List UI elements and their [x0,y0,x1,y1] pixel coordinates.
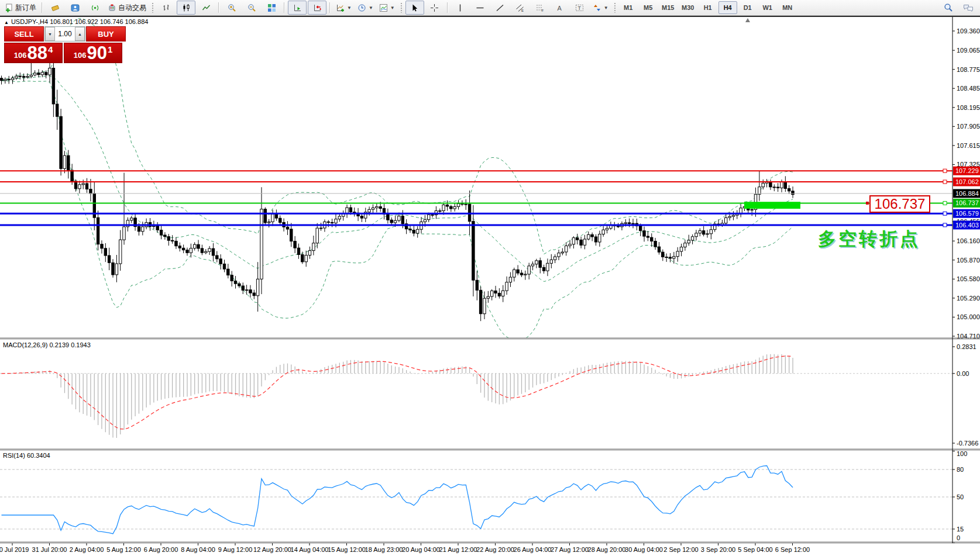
svg-text:0.2831: 0.2831 [957,343,976,350]
volume-up-button[interactable]: ▲ [75,27,85,41]
svg-text:80: 80 [957,466,964,473]
buy-price[interactable]: 106901 [64,43,122,63]
one-click-trading-panel: SELL ▼ ▲ BUY 106884 106901 [4,26,122,63]
symbol-marker-icon: ▲ [4,20,9,25]
svg-text:12 Aug 20:00: 12 Aug 20:00 [253,546,291,553]
svg-text:105.290: 105.290 [957,295,980,302]
svg-text:31 Jul 20:00: 31 Jul 20:00 [32,546,67,553]
candlestick-series[interactable] [0,57,794,321]
svg-text:106.160: 106.160 [957,237,980,244]
highlight-rectangle[interactable] [744,202,800,209]
svg-text:-0.7366: -0.7366 [957,440,978,447]
svg-text:9 Aug 12:00: 9 Aug 12:00 [218,546,253,553]
svg-text:28 Aug 20:00: 28 Aug 20:00 [588,546,626,553]
buy-price-pips: 90 [87,45,106,61]
svg-text:15 Aug 12:00: 15 Aug 12:00 [328,546,366,553]
svg-text:3 Sep 20:00: 3 Sep 20:00 [701,546,735,553]
buy-price-point: 1 [108,44,112,54]
svg-text:14 Aug 04:00: 14 Aug 04:00 [291,546,329,553]
svg-text:108.195: 108.195 [957,104,980,111]
svg-text:104.710: 104.710 [957,333,980,340]
volume-spinner: ▼ ▲ [44,26,85,42]
svg-text:107.905: 107.905 [957,123,980,130]
sell-button[interactable]: SELL [4,26,44,42]
svg-text:106.579: 106.579 [955,210,979,217]
bollinger-bands [2,19,793,340]
svg-text:108.485: 108.485 [957,85,980,92]
svg-text:107.062: 107.062 [955,178,979,185]
svg-text:100: 100 [957,450,967,457]
sell-price-pips: 88 [27,45,47,61]
svg-text:105.000: 105.000 [957,313,980,320]
macd-indicator-label: MACD(12,26,9) 0.2139 0.1943 [3,341,91,348]
price-callout-box[interactable]: 106.737 [869,195,930,213]
chart-canvas[interactable]: 109.360109.065108.775108.485108.195107.9… [0,0,980,556]
svg-text:109.065: 109.065 [957,47,980,54]
svg-text:106.884: 106.884 [955,190,979,197]
svg-text:6 Sep 12:00: 6 Sep 12:00 [775,546,810,553]
svg-text:5 Aug 12:00: 5 Aug 12:00 [106,546,141,553]
svg-text:6 Aug 20:00: 6 Aug 20:00 [144,546,178,553]
svg-text:107.229: 107.229 [955,167,979,174]
sell-price-figure: 106 [14,51,27,60]
macd-pane[interactable]: 0.28310.00-0.7366 [0,343,978,447]
svg-text:30 Jul 2019: 30 Jul 2019 [0,546,29,553]
svg-text:20 Aug 04:00: 20 Aug 04:00 [402,546,440,553]
price-axis[interactable]: 109.360109.065108.775108.485108.195107.9… [953,27,980,340]
svg-text:15: 15 [957,526,964,533]
mt4-window: 新订单 自动交易 [0,0,980,556]
svg-text:106.737: 106.737 [955,199,979,206]
svg-text:26 Aug 04:00: 26 Aug 04:00 [514,546,552,553]
volume-input[interactable] [55,27,75,41]
svg-text:18 Aug 23:00: 18 Aug 23:00 [365,546,403,553]
svg-text:50: 50 [957,493,964,500]
symbol-name: USDJPY-,H4 [11,18,48,25]
svg-text:2 Aug 04:00: 2 Aug 04:00 [70,546,104,553]
svg-text:27 Aug 12:00: 27 Aug 12:00 [551,546,589,553]
svg-text:108.775: 108.775 [957,66,980,73]
svg-text:105.870: 105.870 [957,257,980,264]
buy-button[interactable]: BUY [86,26,126,42]
svg-text:105.580: 105.580 [957,275,980,282]
svg-text:30 Aug 04:00: 30 Aug 04:00 [625,546,663,553]
svg-text:109.360: 109.360 [957,27,980,34]
svg-text:107.615: 107.615 [957,142,980,149]
svg-text:2 Sep 12:00: 2 Sep 12:00 [663,546,698,553]
svg-text:0.00: 0.00 [957,370,969,377]
svg-text:0: 0 [957,534,960,541]
svg-text:21 Aug 12:00: 21 Aug 12:00 [439,546,477,553]
rsi-pane[interactable]: 1008050150 [0,450,967,543]
sell-price-point: 4 [48,44,53,54]
rsi-indicator-label: RSI(14) 60.3404 [3,452,50,459]
time-axis[interactable]: 30 Jul 201931 Jul 20:002 Aug 04:005 Aug … [0,543,810,553]
volume-down-button[interactable]: ▼ [45,27,55,41]
svg-text:22 Aug 20:00: 22 Aug 20:00 [476,546,514,553]
svg-text:8 Aug 04:00: 8 Aug 04:00 [181,546,215,553]
chart-ohlc-header: ▲USDJPY-,H4 106.801 106.922 106.746 106.… [4,18,148,25]
svg-text:106.403: 106.403 [955,222,979,229]
sell-price[interactable]: 106884 [4,43,63,63]
buy-price-figure: 106 [74,51,87,60]
svg-text:5 Sep 04:00: 5 Sep 04:00 [738,546,772,553]
ohlc-values: 106.801 106.922 106.746 106.884 [50,18,148,25]
turning-point-annotation[interactable]: 多空转折点 [818,227,920,251]
